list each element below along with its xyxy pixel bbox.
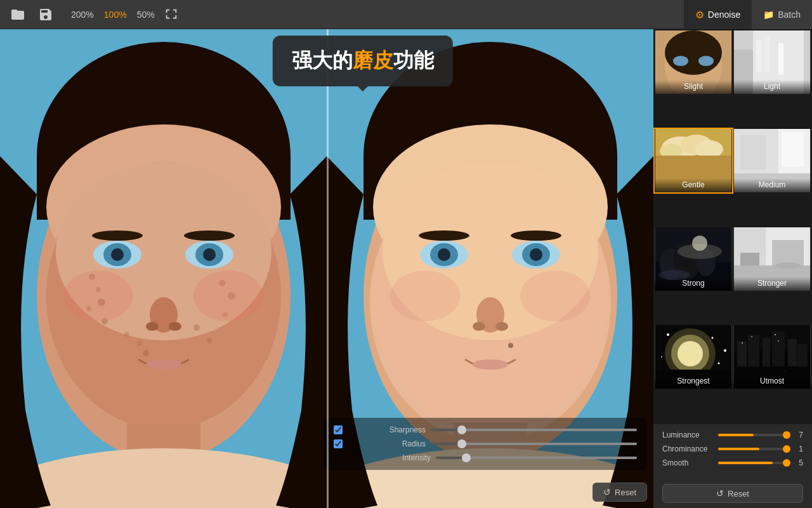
preset-utmost[interactable]: Utmost [733,325,811,389]
chrominance-label: Chrominance [662,444,713,453]
svg-point-126 [784,370,785,371]
radius-slider[interactable] [431,443,637,445]
luminance-slider[interactable] [718,434,787,436]
svg-rect-117 [772,331,785,366]
smooth-row: Smooth 5 [662,458,803,467]
svg-point-105 [667,333,669,336]
svg-rect-118 [788,339,797,366]
canvas-reset-button[interactable]: ↺ Reset [593,483,647,502]
panel-reset-button[interactable]: ↺ Reset [662,484,803,503]
svg-point-57 [495,322,508,331]
svg-point-64 [665,30,722,75]
chrominance-value: 1 [792,444,803,453]
sharpness-row: Sharpness [334,425,637,434]
intensity-row: Intensity [334,453,637,462]
svg-point-19 [146,322,159,331]
canvas-reset-label: Reset [615,488,636,497]
svg-point-121 [751,336,752,337]
zoom-200-button[interactable]: 200% [69,8,96,21]
tab-batch[interactable]: 📁 Batch [752,0,812,29]
tooltip-prefix: 强大的 [292,49,353,72]
chrominance-row: Chrominance 1 [662,444,803,453]
preset-utmost-label: Utmost [733,375,811,389]
preset-medium-label: Medium [733,178,811,192]
sharpness-slider[interactable] [431,429,637,431]
svg-point-110 [724,349,726,352]
panel-sliders: Luminance 7 Chrominance 1 [653,424,812,479]
svg-rect-84 [740,135,766,170]
zoom-100-button[interactable]: 100% [102,8,129,21]
svg-point-12 [111,248,124,261]
luminance-row: Luminance 7 [662,431,803,439]
panel-reset-icon: ↺ [716,488,724,498]
tab-denoise-label: Denoise [708,10,740,20]
tooltip-suffix: 功能 [393,49,434,72]
radius-checkbox[interactable] [334,439,343,448]
svg-point-17 [184,231,235,241]
open-file-button[interactable] [8,4,28,25]
svg-rect-72 [778,43,783,75]
smooth-label: Smooth [662,458,713,467]
tab-denoise[interactable]: ⚙ Denoise [684,0,752,29]
tooltip-banner: 强大的磨皮功能 [273,36,453,86]
svg-point-54 [511,231,561,241]
chrominance-slider[interactable] [718,448,787,450]
svg-rect-115 [748,335,759,366]
preset-light[interactable]: Light [733,30,811,94]
svg-point-124 [752,359,754,361]
before-image [0,29,327,508]
reset-icon: ↺ [603,487,611,497]
svg-point-58 [473,359,508,370]
svg-point-125 [768,366,769,367]
svg-point-56 [473,322,485,331]
preset-light-label: Light [733,80,811,94]
luminance-value: 7 [792,431,803,439]
right-panel: Slight Light [653,29,812,508]
svg-point-21 [146,359,181,370]
folder-icon: 📁 [763,10,774,20]
svg-rect-99 [772,240,804,265]
svg-point-29 [207,338,212,343]
svg-point-127 [797,361,798,363]
radius-label: Radius [384,439,426,448]
svg-point-27 [124,331,129,337]
svg-point-15 [203,248,216,261]
svg-point-108 [718,363,720,364]
tooltip-highlight: 磨皮 [353,49,393,72]
zoom-50-button[interactable]: 50% [134,8,157,21]
preset-medium[interactable]: Medium [733,129,811,192]
svg-point-60 [520,271,590,321]
sharpness-label: Sharpness [384,425,426,434]
preset-strong[interactable]: Strong [655,227,732,291]
svg-point-93 [678,244,722,259]
luminance-label: Luminance [662,431,713,439]
sharpness-checkbox[interactable] [334,425,343,434]
preset-gentle-label: Gentle [655,178,732,192]
intensity-slider[interactable] [436,457,637,459]
main-area: 强大的磨皮功能 Sharpness Radius [0,29,812,508]
svg-point-123 [778,340,779,342]
preset-strongest[interactable]: Strongest [655,325,732,389]
preset-stronger[interactable]: Stronger [733,227,811,291]
radius-row: Radius [334,439,637,448]
before-after-divider [327,29,329,508]
svg-rect-114 [737,341,747,366]
svg-point-36 [193,271,263,321]
tab-batch-label: Batch [778,10,801,20]
svg-point-66 [698,56,714,66]
svg-point-52 [530,248,542,261]
preset-slight-label: Slight [655,80,732,94]
svg-point-107 [661,356,662,358]
canvas-area[interactable]: 强大的磨皮功能 Sharpness Radius [0,29,653,508]
preset-slight[interactable]: Slight [655,30,732,94]
svg-point-100 [775,262,801,269]
svg-rect-85 [782,132,804,167]
svg-point-34 [143,350,149,356]
preset-stronger-label: Stronger [733,277,811,291]
svg-point-61 [508,343,513,348]
zoom-fit-button[interactable] [162,6,180,23]
svg-rect-71 [764,37,769,72]
preset-gentle[interactable]: Gentle [655,129,732,192]
save-file-button[interactable] [36,4,56,25]
smooth-slider[interactable] [718,462,787,464]
